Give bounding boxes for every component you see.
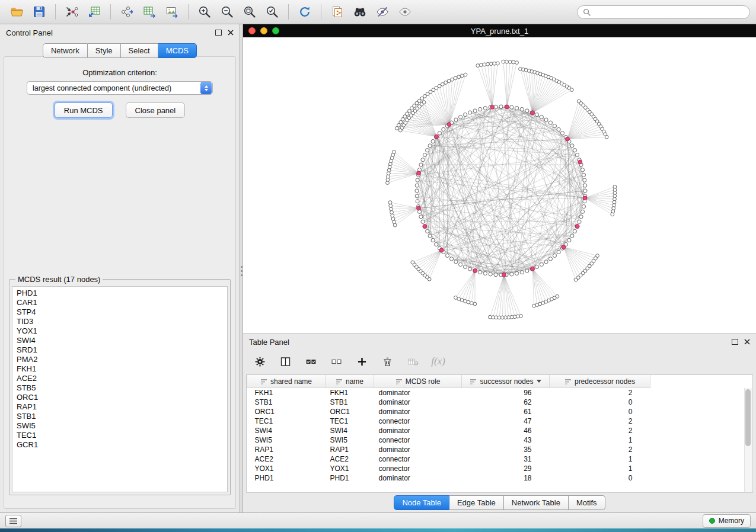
- zoom-selected-button[interactable]: [261, 2, 283, 21]
- mcds-result-item[interactable]: TEC1: [17, 431, 223, 440]
- hide-selected-button[interactable]: [372, 2, 393, 21]
- mcds-result-list[interactable]: PHD1CAR1STP4TID3YOX1SWI4SRD1PMA2FKH1ACE2…: [12, 286, 228, 492]
- find-button[interactable]: [349, 2, 371, 21]
- memory-button[interactable]: Memory: [703, 514, 751, 528]
- zoom-in-button[interactable]: [194, 2, 215, 21]
- export-network-button[interactable]: [116, 2, 138, 21]
- network-window-titlebar: YPA_prune.txt_1: [243, 24, 756, 37]
- function-builder-button[interactable]: f(x): [431, 354, 445, 368]
- export-table-button[interactable]: [139, 2, 160, 21]
- table-row[interactable]: RAP1RAP1dominator352: [247, 445, 753, 454]
- close-window-button[interactable]: [248, 27, 256, 34]
- table-row[interactable]: STB1STB1dominator620: [247, 398, 753, 407]
- add-column-button[interactable]: [355, 354, 369, 368]
- show-all-button[interactable]: [394, 2, 416, 21]
- eye-slash-icon: [375, 5, 390, 19]
- mcds-result-item[interactable]: RAP1: [17, 402, 223, 412]
- mcds-result-item[interactable]: ACE2: [17, 374, 223, 383]
- mcds-result-item[interactable]: YOX1: [17, 326, 223, 336]
- tab-motifs[interactable]: Motifs: [569, 495, 605, 510]
- select-all-button[interactable]: [304, 354, 318, 368]
- table-row[interactable]: ORC1ORC1dominator610: [247, 407, 753, 416]
- checked-boxes-icon: [305, 355, 317, 368]
- save-button[interactable]: [28, 2, 50, 21]
- delete-column-button[interactable]: [380, 354, 394, 368]
- table-scrollbar-thumb[interactable]: [745, 389, 751, 446]
- main-toolbar: [0, 0, 756, 24]
- mcds-result-item[interactable]: SWI5: [17, 421, 223, 431]
- status-bar: Memory: [0, 512, 756, 528]
- tab-style[interactable]: Style: [88, 43, 121, 58]
- column-header-name[interactable]: name: [326, 375, 374, 388]
- refresh-button[interactable]: [294, 2, 315, 21]
- mcds-result-item[interactable]: CAR1: [17, 298, 223, 307]
- delete-table-button[interactable]: [406, 354, 420, 368]
- column-menu-icon: [260, 378, 267, 385]
- table-row[interactable]: SWI4SWI4dominator462: [247, 426, 753, 435]
- table-row[interactable]: FKH1FKH1dominator962: [247, 388, 753, 398]
- mcds-result-item[interactable]: FKH1: [17, 364, 223, 374]
- table-row[interactable]: TEC1TEC1connector472: [247, 416, 753, 426]
- mcds-result-item[interactable]: GCR1: [17, 440, 223, 450]
- column-menu-icon: [395, 378, 403, 385]
- optimization-criterion-select[interactable]: largest connected component (undirected): [27, 81, 213, 95]
- share-document-button[interactable]: [327, 2, 348, 21]
- run-mcds-button[interactable]: Run MCDS: [55, 102, 113, 118]
- tab-select[interactable]: Select: [121, 43, 158, 58]
- mcds-result-item[interactable]: STP4: [17, 307, 223, 317]
- column-header-predecessor-nodes[interactable]: predecessor nodes: [550, 375, 650, 388]
- mcds-result-item[interactable]: STB1: [17, 412, 223, 421]
- undock-table-panel-icon[interactable]: [732, 339, 738, 345]
- toolbar-separator: [288, 4, 289, 20]
- table-row[interactable]: YOX1YOX1connector291: [247, 464, 753, 473]
- show-columns-button[interactable]: [278, 354, 292, 368]
- mcds-result-item[interactable]: SRD1: [17, 345, 223, 355]
- table-scrollbar[interactable]: [744, 388, 752, 492]
- mcds-result-item[interactable]: TID3: [17, 317, 223, 326]
- column-header-successor-nodes[interactable]: successor nodes: [462, 375, 550, 388]
- tab-network-table[interactable]: Network Table: [504, 495, 569, 510]
- task-history-button[interactable]: [5, 515, 21, 527]
- tab-network[interactable]: Network: [43, 43, 88, 58]
- mcds-result-item[interactable]: PHD1: [17, 289, 223, 298]
- mcds-result-item[interactable]: STB5: [17, 383, 223, 393]
- mcds-result-item[interactable]: ORC1: [17, 393, 223, 402]
- minimize-window-button[interactable]: [260, 27, 267, 34]
- table-row[interactable]: SWI5SWI5connector431: [247, 435, 753, 445]
- tab-mcds[interactable]: MCDS: [158, 43, 197, 58]
- node-table-container: shared name name MCDS role successor nod…: [246, 374, 753, 493]
- refresh-icon: [298, 5, 312, 19]
- column-menu-icon: [470, 378, 477, 385]
- deselect-all-button[interactable]: [329, 354, 343, 368]
- import-network-button[interactable]: [61, 2, 82, 21]
- search-input[interactable]: [594, 7, 744, 17]
- mcds-tab-pane: Optimization criterion: largest connecte…: [4, 56, 236, 509]
- gear-icon: [254, 355, 266, 368]
- mcds-result-item[interactable]: PMA2: [17, 355, 223, 364]
- close-table-panel-icon[interactable]: [744, 339, 750, 345]
- table-panel: Table Panel f(x): [243, 334, 756, 512]
- export-image-button[interactable]: [161, 2, 183, 21]
- mcds-result-item[interactable]: SWI4: [17, 336, 223, 345]
- unchecked-boxes-icon: [330, 355, 343, 368]
- tab-edge-table[interactable]: Edge Table: [449, 495, 504, 510]
- close-panel-icon[interactable]: [228, 30, 234, 36]
- zoom-fit-button[interactable]: [239, 2, 260, 21]
- open-file-button[interactable]: [6, 2, 27, 21]
- undock-panel-icon[interactable]: [215, 30, 222, 36]
- table-row[interactable]: PHD1PHD1dominator180: [247, 473, 753, 483]
- column-header-mcds-role[interactable]: MCDS role: [374, 375, 462, 388]
- table-settings-button[interactable]: [253, 354, 267, 368]
- column-header-filler: [650, 375, 753, 388]
- tab-node-table[interactable]: Node Table: [394, 495, 449, 510]
- maximize-window-button[interactable]: [272, 27, 279, 34]
- table-row[interactable]: ACE2ACE2connector311: [247, 454, 753, 464]
- zoom-selected-icon: [265, 5, 279, 19]
- import-network-icon: [65, 5, 79, 19]
- import-table-button[interactable]: [84, 2, 105, 21]
- close-panel-button[interactable]: Close panel: [126, 102, 186, 118]
- column-header-shared-name[interactable]: shared name: [247, 375, 326, 388]
- zoom-out-button[interactable]: [216, 2, 238, 21]
- network-canvas[interactable]: [243, 37, 756, 334]
- binoculars-icon: [353, 5, 367, 19]
